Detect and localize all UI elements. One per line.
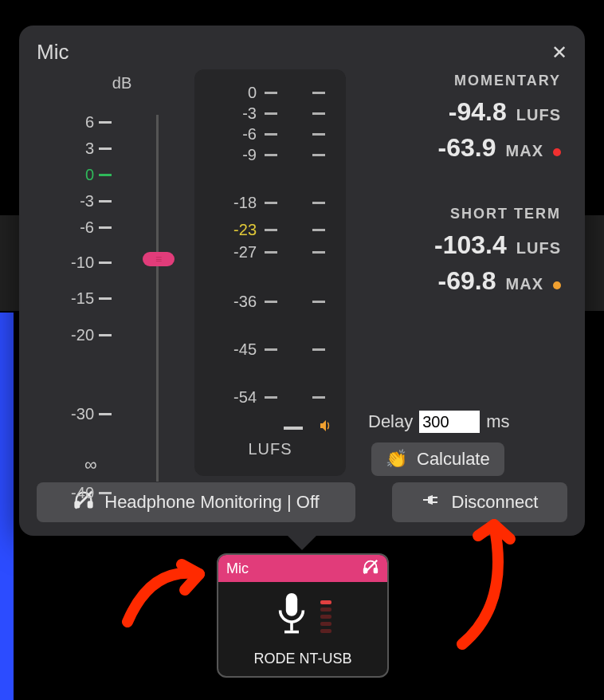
headphone-off-icon — [362, 558, 379, 580]
delay-input[interactable] — [419, 411, 480, 433]
short-term-lufs: -103.4 LUFS — [368, 230, 561, 260]
source-card-header: Mic — [218, 555, 387, 582]
app-background-stripe — [0, 313, 14, 700]
short-term-section: SHORT TERM -103.4 LUFS -69.8 MAX — [368, 206, 567, 302]
level-meter-icon — [320, 600, 331, 633]
annotation-arrow-left — [120, 550, 223, 638]
db-tick: -10 — [37, 254, 139, 272]
popup-body: dB ∞ 630-3-6-10-15-20-30-40 LUFS 0-3-6-9… — [37, 69, 567, 476]
lufs-tick: -18 — [194, 194, 346, 212]
short-term-max-value: -69.8 — [438, 266, 496, 296]
popup-header: Mic ✕ — [37, 40, 567, 65]
lufs-tick: -3 — [194, 104, 346, 123]
lufs-tick: -23 — [194, 221, 346, 239]
lufs-tick: 0 — [194, 84, 346, 102]
gain-slider-track[interactable] — [156, 115, 159, 482]
lufs-meter: LUFS 0-3-6-9-18-23-27-36-45-54 — [194, 69, 346, 476]
db-tick: -6 — [37, 218, 139, 237]
delay-unit: ms — [486, 411, 509, 432]
stats-column: MOMENTARY -94.8 LUFS -63.9 MAX SHORT TER… — [360, 69, 567, 476]
db-tick: -40 — [37, 484, 139, 502]
lufs-tick: -36 — [194, 293, 346, 311]
momentary-lufs-value: -94.8 — [449, 97, 507, 127]
short-term-lufs-value: -103.4 — [434, 230, 507, 260]
svg-rect-1 — [88, 501, 92, 507]
delay-row: Delay ms — [368, 411, 567, 433]
source-card-device: RODE NT-USB — [218, 651, 387, 672]
mic-popup: Mic ✕ dB ∞ 630-3-6-10-15-20-30-40 LUFS 0… — [19, 26, 585, 536]
speaker-icon — [320, 420, 333, 435]
momentary-section: MOMENTARY -94.8 LUFS -63.9 MAX — [368, 73, 567, 169]
lufs-tick: -6 — [194, 125, 346, 144]
db-tick: -20 — [37, 326, 139, 344]
short-term-lufs-unit: LUFS — [516, 239, 561, 258]
calculate-button[interactable]: 👏 Calculate — [371, 442, 504, 476]
close-icon[interactable]: ✕ — [551, 41, 567, 64]
source-card-title: Mic — [226, 560, 249, 577]
short-term-dot-icon — [553, 281, 561, 289]
momentary-max: -63.9 MAX — [368, 133, 561, 163]
short-term-max-unit: MAX — [506, 275, 543, 293]
calculate-label: Calculate — [417, 449, 490, 470]
momentary-max-value: -63.9 — [438, 133, 496, 163]
db-tick: -15 — [37, 289, 139, 308]
infinity-label: ∞ — [84, 454, 97, 475]
db-tick: 3 — [37, 140, 139, 158]
momentary-lufs: -94.8 LUFS — [368, 97, 561, 127]
mic-icon — [274, 593, 309, 639]
mic-source-card[interactable]: Mic RODE NT-USB — [217, 553, 389, 678]
gain-slider-handle[interactable] — [143, 252, 175, 266]
disconnect-button[interactable]: Disconnect — [392, 482, 567, 522]
lufs-tick: -45 — [194, 340, 346, 359]
plug-icon — [422, 492, 442, 513]
popup-title: Mic — [37, 40, 69, 65]
db-tick: 0 — [37, 166, 139, 184]
momentary-lufs-unit: LUFS — [516, 106, 561, 124]
momentary-title: MOMENTARY — [368, 73, 561, 89]
db-tick: -3 — [37, 192, 139, 210]
momentary-dot-icon — [553, 148, 561, 156]
momentary-max-unit: MAX — [506, 142, 543, 160]
short-term-max: -69.8 MAX — [368, 266, 561, 296]
lufs-label: LUFS — [194, 440, 346, 458]
db-tick: 6 — [37, 113, 139, 132]
db-tick: -30 — [37, 405, 139, 423]
short-term-title: SHORT TERM — [368, 206, 561, 222]
source-card-body — [218, 582, 387, 651]
db-gain-meter: dB ∞ 630-3-6-10-15-20-30-40 — [37, 69, 180, 476]
lufs-tick: -9 — [194, 146, 346, 164]
clap-icon: 👏 — [386, 449, 407, 470]
lufs-tick: -27 — [194, 243, 346, 262]
db-label: dB — [64, 74, 180, 92]
svg-rect-7 — [375, 568, 378, 572]
disconnect-label: Disconnect — [452, 492, 539, 513]
lufs-tick: -54 — [194, 388, 346, 407]
delay-label: Delay — [368, 411, 413, 432]
lufs-level-bar — [284, 427, 303, 430]
svg-rect-9 — [286, 593, 297, 616]
